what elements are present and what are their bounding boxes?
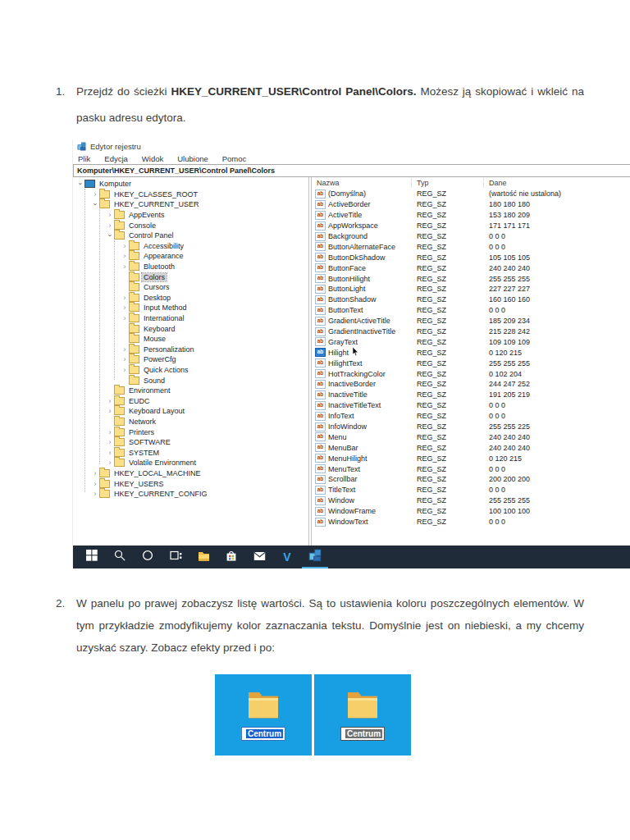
tree-item-control-panel[interactable]: ›Control Panel — [73, 231, 308, 241]
chevron-right-icon[interactable]: › — [121, 294, 129, 302]
value-row-buttondkshadow[interactable]: abButtonDkShadowREG_SZ105 105 105 — [312, 252, 630, 262]
value-row-inactivetitle[interactable]: abInactiveTitleREG_SZ191 205 219 — [312, 390, 630, 400]
chevron-right-icon[interactable]: › — [106, 211, 114, 219]
value-row-scrollbar[interactable]: abScrollbarREG_SZ200 200 200 — [312, 474, 630, 485]
menu-item-pomoc[interactable]: Pomoc — [222, 154, 247, 163]
chevron-down-icon[interactable]: › — [91, 200, 99, 208]
chevron-right-icon[interactable]: › — [106, 449, 114, 457]
chevron-right-icon[interactable]: › — [121, 345, 129, 354]
value-row-appworkspace[interactable]: abAppWorkspaceREG_SZ171 171 171 — [312, 221, 630, 231]
tree-item-printers[interactable]: ›Printers — [73, 427, 308, 437]
value-row-infowindow[interactable]: abInfoWindowREG_SZ255 255 225 — [312, 422, 630, 432]
tree-item-system[interactable]: ›SYSTEM — [73, 447, 308, 458]
value-row-windowtext[interactable]: abWindowTextREG_SZ0 0 0 — [312, 517, 630, 527]
tree-item-appevents[interactable]: ›AppEvents — [73, 210, 308, 221]
tree-item-appearance[interactable]: ›Appearance — [73, 251, 308, 262]
chevron-right-icon[interactable]: › — [106, 407, 114, 415]
chevron-right-icon[interactable]: › — [106, 397, 114, 405]
tree-item-hkey-classes-root[interactable]: ›HKEY_CLASSES_ROOT — [73, 189, 308, 200]
value-row-buttonalternateface[interactable]: abButtonAlternateFaceREG_SZ0 0 0 — [312, 241, 630, 252]
address-bar[interactable]: Komputer\HKEY_CURRENT_USER\Control Panel… — [73, 164, 630, 177]
tree-item-mouse[interactable]: Mouse — [73, 334, 308, 345]
tree-item-hkey-users[interactable]: ›HKEY_USERS — [73, 478, 308, 489]
chevron-right-icon[interactable]: › — [91, 480, 99, 488]
tree-item-sound[interactable]: Sound — [73, 375, 308, 386]
tree-item-accessibility[interactable]: ›Accessibility — [73, 241, 308, 252]
menu-item-edycja[interactable]: Edycja — [104, 154, 128, 163]
chevron-down-icon[interactable]: › — [106, 231, 114, 240]
chevron-right-icon[interactable]: › — [106, 459, 114, 467]
taskbar-item-regedit[interactable] — [301, 546, 329, 568]
tree-item-hkey-current-user[interactable]: ›HKEY_CURRENT_USER — [73, 199, 308, 210]
menu-item-widok[interactable]: Widok — [142, 154, 163, 163]
tree-item-personalization[interactable]: ›Personalization — [73, 345, 308, 355]
tree-item-cursors[interactable]: Cursors — [73, 282, 308, 293]
tree-item-keyboard[interactable]: Keyboard — [73, 323, 308, 334]
value-row-titletext[interactable]: abTitleTextREG_SZ0 0 0 — [312, 485, 630, 495]
taskbar-item-task-view[interactable] — [162, 546, 189, 568]
tree-item-input-method[interactable]: ›Input Method — [73, 303, 308, 313]
chevron-right-icon[interactable]: › — [121, 366, 129, 374]
column-header-nazwa[interactable]: Nazwa — [312, 178, 412, 188]
value-row-graytext[interactable]: abGrayTextREG_SZ109 109 109 — [312, 336, 630, 347]
taskbar-item-cortana[interactable] — [134, 546, 162, 568]
tree-item-komputer[interactable]: ›Komputer — [73, 179, 308, 189]
tree-item-volatile-environment[interactable]: ›Volatile Environment — [73, 458, 308, 468]
tree-item-eudc[interactable]: ›EUDC — [73, 395, 308, 406]
taskbar-item-vivaldi[interactable]: V — [273, 546, 301, 568]
chevron-right-icon[interactable]: › — [121, 355, 129, 363]
chevron-right-icon[interactable]: › — [91, 469, 99, 477]
value-row-inactivetitletext[interactable]: abInactiveTitleTextREG_SZ0 0 0 — [312, 400, 630, 411]
chevron-right-icon[interactable]: › — [121, 314, 129, 322]
value-row-background[interactable]: abBackgroundREG_SZ0 0 0 — [312, 231, 630, 242]
tree-item-bluetooth[interactable]: ›Bluetooth — [73, 262, 308, 272]
value-row-activetitle[interactable]: abActiveTitleREG_SZ153 180 209 — [312, 210, 630, 221]
value-row-infotext[interactable]: abInfoTextREG_SZ0 0 0 — [312, 411, 630, 422]
value-row-activeborder[interactable]: abActiveBorderREG_SZ180 180 180 — [312, 199, 630, 210]
chevron-right-icon[interactable]: › — [91, 490, 99, 498]
tree-item-keyboard-layout[interactable]: ›Keyboard Layout — [73, 406, 308, 417]
chevron-right-icon[interactable]: › — [106, 438, 114, 446]
column-header-typ[interactable]: Typ — [412, 178, 484, 188]
tree-item-hkey-local-machine[interactable]: ›HKEY_LOCAL_MACHINE — [73, 468, 308, 479]
tree-item-software[interactable]: ›SOFTWARE — [73, 437, 308, 448]
value-row-buttonface[interactable]: abButtonFaceREG_SZ240 240 240 — [312, 262, 630, 273]
chevron-right-icon[interactable]: › — [106, 221, 114, 230]
taskbar-item-mail[interactable] — [245, 546, 273, 568]
chevron-right-icon[interactable]: › — [121, 252, 129, 260]
tree-item-desktop[interactable]: ›Desktop — [73, 293, 308, 304]
menu-item-plik[interactable]: Plik — [78, 154, 90, 163]
value-row-windowframe[interactable]: abWindowFrameREG_SZ100 100 100 — [312, 506, 630, 517]
tree-item-quick-actions[interactable]: ›Quick Actions — [73, 365, 308, 376]
value-row-buttonshadow[interactable]: abButtonShadowREG_SZ160 160 160 — [312, 294, 630, 305]
value-row-hottrackingcolor[interactable]: abHotTrackingColorREG_SZ0 102 204 — [312, 368, 630, 379]
chevron-right-icon[interactable]: › — [121, 304, 129, 312]
value-row-buttonlight[interactable]: abButtonLightREG_SZ227 227 227 — [312, 284, 630, 294]
value-row-menutext[interactable]: abMenuTextREG_SZ0 0 0 — [312, 463, 630, 474]
value-row-menu[interactable]: abMenuREG_SZ240 240 240 — [312, 431, 630, 442]
chevron-right-icon[interactable]: › — [91, 190, 99, 199]
value-row-hilighttext[interactable]: abHilightTextREG_SZ255 255 255 — [312, 358, 630, 368]
value-row--domy-lna-[interactable]: ab(Domyślna)REG_SZ(wartość nie ustalona) — [312, 189, 630, 199]
value-row-hilight[interactable]: abHilightREG_SZ0 120 215 — [312, 347, 630, 358]
value-row-gradientinactivetitle[interactable]: abGradientInactiveTitleREG_SZ215 228 242 — [312, 326, 630, 337]
menu-item-ulubione[interactable]: Ulubione — [177, 154, 208, 163]
taskbar-item-store[interactable] — [217, 546, 245, 568]
value-row-gradientactivetitle[interactable]: abGradientActiveTitleREG_SZ185 209 234 — [312, 316, 630, 326]
value-row-menuhilight[interactable]: abMenuHilightREG_SZ0 120 215 — [312, 453, 630, 463]
value-row-buttonhilight[interactable]: abButtonHilightREG_SZ255 255 255 — [312, 273, 630, 284]
taskbar-item-file-explorer[interactable] — [189, 546, 217, 568]
tree-item-colors[interactable]: Colors — [73, 272, 308, 282]
chevron-down-icon[interactable]: › — [76, 180, 84, 188]
tree-item-powercfg[interactable]: ›PowerCfg — [73, 354, 308, 365]
chevron-right-icon[interactable]: › — [121, 262, 129, 271]
value-row-window[interactable]: abWindowREG_SZ255 255 255 — [312, 495, 630, 506]
value-row-menubar[interactable]: abMenuBarREG_SZ240 240 240 — [312, 442, 630, 453]
column-header-dane[interactable]: Dane — [484, 178, 630, 188]
value-row-inactiveborder[interactable]: abInactiveBorderREG_SZ244 247 252 — [312, 379, 630, 390]
tree-item-international[interactable]: ›International — [73, 313, 308, 324]
value-row-buttontext[interactable]: abButtonTextREG_SZ0 0 0 — [312, 305, 630, 316]
chevron-right-icon[interactable]: › — [106, 428, 114, 436]
chevron-right-icon[interactable]: › — [121, 242, 129, 250]
tree-item-network[interactable]: Network — [73, 417, 308, 427]
